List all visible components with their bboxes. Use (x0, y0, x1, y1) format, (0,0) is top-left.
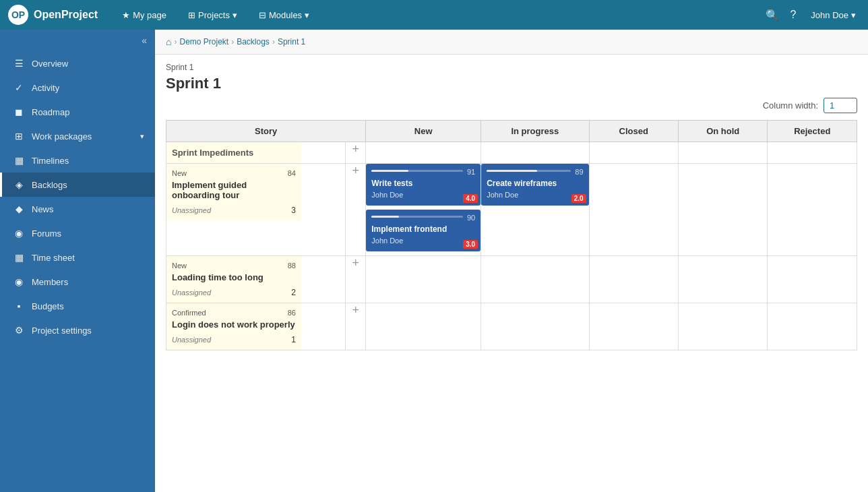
story-status: Confirmed (172, 309, 206, 317)
story-info[interactable]: Confirmed 86 Login does not work properl… (166, 303, 301, 350)
sidebar-item-timelines[interactable]: ▦ Timelines (0, 148, 155, 173)
overview-icon: ☰ (13, 58, 25, 69)
status-cell-3-in_progress (481, 303, 589, 350)
dropdown-arrow-icon2: ▾ (305, 10, 309, 20)
board-row-3: Confirmed 86 Login does not work properl… (166, 303, 857, 350)
members-icon: ◉ (13, 276, 25, 287)
page-title: Sprint 1 (166, 75, 857, 92)
story-title: Login does not work properly (172, 319, 296, 330)
page-subtitle: Sprint 1 (166, 63, 857, 72)
sidebar-label-backlogs: Backlogs (32, 180, 144, 190)
status-cell-0-in_progress (481, 142, 589, 164)
breadcrumb-backlogs[interactable]: Backlogs (237, 37, 270, 47)
card-badge: 4.0 (463, 194, 478, 203)
sidebar-item-forums[interactable]: ◉ Forums (0, 221, 155, 245)
story-cell-0: Sprint Impediments (166, 142, 346, 164)
card-id: 89 (575, 168, 583, 176)
column-width-input[interactable] (824, 98, 857, 113)
task-card-1-new-0[interactable]: 91 Write tests John Doe 4.0 (366, 164, 480, 206)
sidebar-item-members[interactable]: ◉ Members (0, 270, 155, 294)
status-cell-3-rejected (768, 303, 857, 350)
story-title: Loading time too long (172, 272, 296, 282)
roadmap-icon: ◼ (13, 106, 25, 117)
progress-bar (371, 216, 399, 218)
add-button-1[interactable]: + (346, 164, 366, 256)
story-info[interactable]: New 88 Loading time too long Unassigned … (166, 256, 301, 303)
story-title: Implement guided onboarding tour (172, 180, 296, 200)
sidebar-item-work-packages[interactable]: ⊞ Work packages ▾ (0, 124, 155, 148)
story-id: 84 (288, 169, 296, 177)
task-card-1-new-1[interactable]: 90 Implement frontend John Doe 3.0 (366, 210, 480, 251)
sidebar-label-overview: Overview (32, 59, 144, 69)
logo-icon: OP (8, 5, 28, 25)
status-cell-2-new (366, 256, 481, 303)
breadcrumb-demo-projekt[interactable]: Demo Projekt (179, 37, 228, 47)
help-icon[interactable]: ? (790, 9, 796, 21)
status-cell-0-on_hold (679, 142, 768, 164)
sidebar-item-overview[interactable]: ☰ Overview (0, 51, 155, 75)
task-card-1-in_progress-0[interactable]: 89 Create wireframes John Doe 2.0 (481, 164, 588, 206)
card-title: Create wireframes (487, 179, 583, 188)
card-id: 91 (467, 168, 475, 176)
card-assignee: John Doe (487, 191, 583, 199)
sprint-board-wrapper: StoryNewIn progressClosedOn holdRejected… (155, 120, 868, 492)
story-cell-3: Confirmed 86 Login does not work properl… (166, 303, 346, 350)
story-assignee: Unassigned (172, 288, 211, 297)
card-assignee: John Doe (371, 191, 475, 199)
board-body: Sprint Impediments + New 84 Implement gu… (166, 142, 857, 350)
story-info[interactable]: New 84 Implement guided onboarding tour … (166, 164, 301, 220)
status-cell-3-on_hold (679, 303, 768, 350)
status-cell-2-on_hold (679, 256, 768, 303)
sidebar-item-project-settings[interactable]: ⚙ Project settings (0, 318, 155, 342)
sidebar-item-news[interactable]: ◆ News (0, 197, 155, 221)
add-button-2[interactable]: + (346, 256, 366, 303)
user-menu[interactable]: John Doe ▾ (807, 7, 860, 23)
add-button-3[interactable]: + (346, 303, 366, 350)
board-row-2: New 88 Loading time too long Unassigned … (166, 256, 857, 303)
top-navigation: OP OpenProject ★ My page ⊞ Projects ▾ ⊟ … (0, 0, 868, 30)
status-cell-1-closed (589, 164, 678, 256)
sidebar-label-time-sheet: Time sheet (32, 253, 144, 263)
sidebar-label-project-settings: Project settings (32, 326, 144, 336)
board-header-row: StoryNewIn progressClosedOn holdRejected (166, 121, 857, 142)
layers-icon: ⊞ (188, 10, 195, 20)
sidebar-item-activity[interactable]: ✓ Activity (0, 75, 155, 100)
status-cell-3-closed (589, 303, 678, 350)
collapse-button[interactable]: « (142, 35, 147, 46)
column-header-rejected: Rejected (768, 121, 857, 142)
sidebar-item-backlogs[interactable]: ◈ Backlogs (0, 173, 155, 197)
app-logo[interactable]: OP OpenProject (8, 5, 98, 25)
sidebar-item-budgets[interactable]: ▪ Budgets (0, 294, 155, 318)
page-header: Sprint 1 Sprint 1 (155, 55, 868, 98)
project-settings-icon: ⚙ (13, 325, 25, 336)
add-button-0[interactable]: + (346, 142, 366, 164)
modules-menu[interactable]: ⊟ Modules ▾ (255, 7, 313, 23)
sidebar-item-time-sheet[interactable]: ▦ Time sheet (0, 245, 155, 270)
sidebar-label-roadmap: Roadmap (32, 107, 144, 117)
card-badge: 3.0 (463, 240, 478, 249)
story-status: New (172, 169, 187, 177)
sidebar-item-roadmap[interactable]: ◼ Roadmap (0, 100, 155, 124)
forums-icon: ◉ (13, 228, 25, 239)
budgets-icon: ▪ (13, 301, 25, 311)
sidebar-label-budgets: Budgets (32, 301, 144, 311)
breadcrumb-sprint1[interactable]: Sprint 1 (278, 37, 305, 47)
status-cell-2-closed (589, 256, 678, 303)
story-status: New (172, 262, 187, 270)
sidebar: « ☰ Overview ✓ Activity ◼ Roadmap ⊞ Work… (0, 30, 155, 492)
status-cell-1-on_hold (679, 164, 768, 256)
story-count: 3 (291, 206, 296, 215)
modules-icon: ⊟ (259, 10, 266, 20)
user-dropdown-arrow: ▾ (851, 10, 856, 20)
card-id: 90 (467, 214, 475, 222)
news-icon: ◆ (13, 204, 25, 214)
my-page-link[interactable]: ★ My page (118, 7, 170, 23)
search-icon[interactable]: 🔍 (766, 9, 779, 22)
projects-menu[interactable]: ⊞ Projects ▾ (184, 7, 241, 23)
story-id: 88 (288, 262, 296, 270)
sidebar-collapse-area: « (0, 30, 155, 51)
app-name: OpenProject (34, 9, 98, 21)
progress-bar-container (371, 170, 463, 172)
story-cell-2: New 88 Loading time too long Unassigned … (166, 256, 346, 303)
home-breadcrumb[interactable]: ⌂ (166, 36, 171, 47)
